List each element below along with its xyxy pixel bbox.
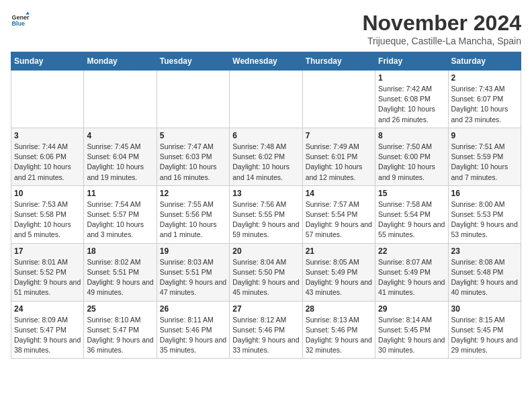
- calendar-cell: 28Sunrise: 8:13 AMSunset: 5:46 PMDayligh…: [302, 301, 375, 359]
- calendar-cell: 26Sunrise: 8:11 AMSunset: 5:46 PMDayligh…: [157, 301, 229, 359]
- day-number: 20: [232, 246, 299, 256]
- day-number: 18: [87, 246, 153, 256]
- day-number: 30: [451, 304, 518, 314]
- day-info: Sunrise: 8:03 AMSunset: 5:51 PMDaylight:…: [160, 257, 226, 298]
- day-number: 6: [232, 131, 299, 140]
- calendar-header-cell: Monday: [84, 52, 157, 71]
- month-title: November 2024: [362, 11, 521, 36]
- day-info: Sunrise: 7:43 AMSunset: 6:07 PMDaylight:…: [451, 84, 518, 125]
- calendar-cell: 7Sunrise: 7:49 AMSunset: 6:01 PMDaylight…: [302, 128, 375, 185]
- day-number: 11: [87, 189, 153, 198]
- svg-marker-2: [26, 11, 30, 14]
- day-number: 29: [378, 304, 445, 314]
- calendar-cell: 14Sunrise: 7:57 AMSunset: 5:54 PMDayligh…: [302, 185, 375, 243]
- calendar-cell: 29Sunrise: 8:14 AMSunset: 5:45 PMDayligh…: [375, 301, 448, 359]
- day-info: Sunrise: 7:42 AMSunset: 6:08 PMDaylight:…: [378, 84, 445, 125]
- day-number: 17: [14, 246, 81, 256]
- day-number: 3: [14, 131, 81, 140]
- day-info: Sunrise: 8:00 AMSunset: 5:53 PMDaylight:…: [451, 199, 518, 240]
- calendar-cell: 15Sunrise: 7:58 AMSunset: 5:54 PMDayligh…: [375, 185, 448, 243]
- calendar-header-row: SundayMondayTuesdayWednesdayThursdayFrid…: [11, 52, 521, 71]
- day-number: 28: [306, 304, 372, 314]
- day-info: Sunrise: 8:07 AMSunset: 5:49 PMDaylight:…: [378, 257, 445, 298]
- day-info: Sunrise: 7:55 AMSunset: 5:56 PMDaylight:…: [160, 199, 226, 240]
- calendar-cell: 21Sunrise: 8:05 AMSunset: 5:49 PMDayligh…: [302, 243, 375, 301]
- day-info: Sunrise: 7:51 AMSunset: 5:59 PMDaylight:…: [451, 142, 518, 183]
- day-info: Sunrise: 8:11 AMSunset: 5:46 PMDaylight:…: [160, 315, 226, 356]
- day-number: 1: [378, 73, 445, 83]
- day-info: Sunrise: 8:05 AMSunset: 5:49 PMDaylight:…: [306, 257, 372, 298]
- calendar-cell: 11Sunrise: 7:54 AMSunset: 5:57 PMDayligh…: [84, 185, 157, 243]
- day-number: 13: [232, 189, 299, 198]
- calendar-cell: 30Sunrise: 8:15 AMSunset: 5:45 PMDayligh…: [448, 301, 521, 359]
- calendar-cell: 13Sunrise: 7:56 AMSunset: 5:55 PMDayligh…: [230, 185, 302, 243]
- calendar-cell: 23Sunrise: 8:08 AMSunset: 5:48 PMDayligh…: [448, 243, 521, 301]
- logo-icon: General Blue: [11, 11, 30, 30]
- calendar-header-cell: Thursday: [302, 52, 375, 71]
- calendar-week-row: 3Sunrise: 7:44 AMSunset: 6:06 PMDaylight…: [11, 128, 521, 185]
- calendar-cell: 16Sunrise: 8:00 AMSunset: 5:53 PMDayligh…: [448, 185, 521, 243]
- calendar-cell: [157, 71, 229, 128]
- day-info: Sunrise: 8:04 AMSunset: 5:50 PMDaylight:…: [232, 257, 299, 298]
- calendar-cell: 4Sunrise: 7:45 AMSunset: 6:04 PMDaylight…: [84, 128, 157, 185]
- calendar-header-cell: Sunday: [11, 52, 84, 71]
- day-info: Sunrise: 7:48 AMSunset: 6:02 PMDaylight:…: [232, 142, 299, 183]
- calendar-header-cell: Wednesday: [230, 52, 302, 71]
- calendar-cell: 1Sunrise: 7:42 AMSunset: 6:08 PMDaylight…: [375, 71, 448, 128]
- calendar-cell: 5Sunrise: 7:47 AMSunset: 6:03 PMDaylight…: [157, 128, 229, 185]
- day-info: Sunrise: 8:02 AMSunset: 5:51 PMDaylight:…: [87, 257, 153, 298]
- calendar-week-row: 17Sunrise: 8:01 AMSunset: 5:52 PMDayligh…: [11, 243, 521, 301]
- calendar-cell: 17Sunrise: 8:01 AMSunset: 5:52 PMDayligh…: [11, 243, 84, 301]
- day-number: 15: [378, 189, 445, 198]
- calendar-cell: 8Sunrise: 7:50 AMSunset: 6:00 PMDaylight…: [375, 128, 448, 185]
- day-info: Sunrise: 7:47 AMSunset: 6:03 PMDaylight:…: [160, 142, 226, 183]
- day-info: Sunrise: 7:58 AMSunset: 5:54 PMDaylight:…: [378, 199, 445, 240]
- day-number: 9: [451, 131, 518, 140]
- calendar-cell: 12Sunrise: 7:55 AMSunset: 5:56 PMDayligh…: [157, 185, 229, 243]
- subtitle: Trijueque, Castille-La Mancha, Spain: [362, 36, 521, 46]
- day-number: 14: [306, 189, 372, 198]
- calendar-cell: 25Sunrise: 8:10 AMSunset: 5:47 PMDayligh…: [84, 301, 157, 359]
- day-number: 27: [232, 304, 299, 314]
- calendar-cell: [84, 71, 157, 128]
- calendar-cell: 6Sunrise: 7:48 AMSunset: 6:02 PMDaylight…: [230, 128, 302, 185]
- day-info: Sunrise: 7:49 AMSunset: 6:01 PMDaylight:…: [306, 142, 372, 183]
- day-number: 2: [451, 73, 518, 83]
- calendar-body: 1Sunrise: 7:42 AMSunset: 6:08 PMDaylight…: [11, 71, 521, 359]
- calendar-cell: 9Sunrise: 7:51 AMSunset: 5:59 PMDaylight…: [448, 128, 521, 185]
- calendar-week-row: 24Sunrise: 8:09 AMSunset: 5:47 PMDayligh…: [11, 301, 521, 359]
- calendar-cell: 20Sunrise: 8:04 AMSunset: 5:50 PMDayligh…: [230, 243, 302, 301]
- day-info: Sunrise: 8:15 AMSunset: 5:45 PMDaylight:…: [451, 315, 518, 356]
- day-info: Sunrise: 7:53 AMSunset: 5:58 PMDaylight:…: [14, 199, 81, 240]
- calendar-cell: 3Sunrise: 7:44 AMSunset: 6:06 PMDaylight…: [11, 128, 84, 185]
- calendar-cell: 27Sunrise: 8:12 AMSunset: 5:46 PMDayligh…: [230, 301, 302, 359]
- day-number: 8: [378, 131, 445, 140]
- day-number: 16: [451, 189, 518, 198]
- calendar-header-cell: Tuesday: [157, 52, 229, 71]
- day-number: 23: [451, 246, 518, 256]
- svg-text:General: General: [11, 14, 30, 21]
- day-number: 5: [160, 131, 226, 140]
- day-number: 7: [306, 131, 372, 140]
- title-area: November 2024 Trijueque, Castille-La Man…: [362, 11, 521, 46]
- header: General Blue November 2024 Trijueque, Ca…: [11, 11, 521, 46]
- calendar-header-cell: Saturday: [448, 52, 521, 71]
- calendar: SundayMondayTuesdayWednesdayThursdayFrid…: [11, 52, 521, 359]
- day-info: Sunrise: 7:57 AMSunset: 5:54 PMDaylight:…: [306, 199, 372, 240]
- day-number: 10: [14, 189, 81, 198]
- day-info: Sunrise: 7:50 AMSunset: 6:00 PMDaylight:…: [378, 142, 445, 183]
- day-number: 21: [306, 246, 372, 256]
- day-info: Sunrise: 7:45 AMSunset: 6:04 PMDaylight:…: [87, 142, 153, 183]
- day-number: 12: [160, 189, 226, 198]
- day-info: Sunrise: 8:12 AMSunset: 5:46 PMDaylight:…: [232, 315, 299, 356]
- day-number: 22: [378, 246, 445, 256]
- svg-text:Blue: Blue: [11, 20, 25, 27]
- logo: General Blue: [11, 11, 30, 30]
- calendar-cell: 19Sunrise: 8:03 AMSunset: 5:51 PMDayligh…: [157, 243, 229, 301]
- day-info: Sunrise: 8:08 AMSunset: 5:48 PMDaylight:…: [451, 257, 518, 298]
- day-info: Sunrise: 8:10 AMSunset: 5:47 PMDaylight:…: [87, 315, 153, 356]
- calendar-cell: 22Sunrise: 8:07 AMSunset: 5:49 PMDayligh…: [375, 243, 448, 301]
- calendar-cell: 2Sunrise: 7:43 AMSunset: 6:07 PMDaylight…: [448, 71, 521, 128]
- day-info: Sunrise: 8:09 AMSunset: 5:47 PMDaylight:…: [14, 315, 81, 356]
- calendar-cell: [230, 71, 302, 128]
